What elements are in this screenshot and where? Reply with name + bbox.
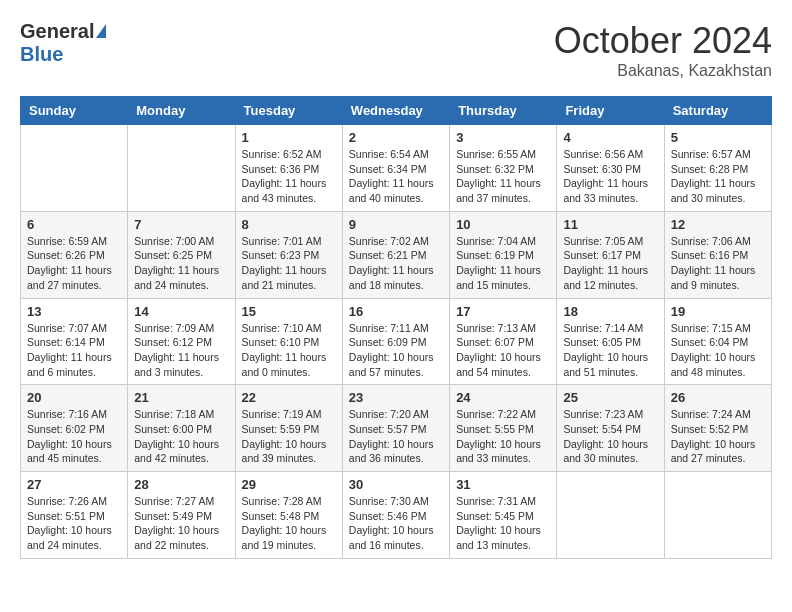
calendar-cell: 10Sunrise: 7:04 AMSunset: 6:19 PMDayligh… [450,211,557,298]
day-info: Sunrise: 7:06 AMSunset: 6:16 PMDaylight:… [671,234,765,293]
logo-line1: General [20,20,94,42]
calendar-cell: 14Sunrise: 7:09 AMSunset: 6:12 PMDayligh… [128,298,235,385]
calendar-cell [21,125,128,212]
daylight: Daylight: 11 hours and 24 minutes. [134,264,219,291]
sunrise: Sunrise: 6:56 AM [563,148,643,160]
daylight: Daylight: 11 hours and 40 minutes. [349,177,434,204]
daylight: Daylight: 10 hours and 39 minutes. [242,438,327,465]
daylight: Daylight: 11 hours and 15 minutes. [456,264,541,291]
calendar-cell: 22Sunrise: 7:19 AMSunset: 5:59 PMDayligh… [235,385,342,472]
day-info: Sunrise: 6:55 AMSunset: 6:32 PMDaylight:… [456,147,550,206]
calendar-week-4: 20Sunrise: 7:16 AMSunset: 6:02 PMDayligh… [21,385,772,472]
day-info: Sunrise: 7:26 AMSunset: 5:51 PMDaylight:… [27,494,121,553]
day-info: Sunrise: 7:05 AMSunset: 6:17 PMDaylight:… [563,234,657,293]
day-info: Sunrise: 7:19 AMSunset: 5:59 PMDaylight:… [242,407,336,466]
daylight: Daylight: 10 hours and 27 minutes. [671,438,756,465]
day-number: 26 [671,390,765,405]
day-number: 8 [242,217,336,232]
day-number: 21 [134,390,228,405]
daylight: Daylight: 10 hours and 13 minutes. [456,524,541,551]
sunrise: Sunrise: 7:06 AM [671,235,751,247]
day-info: Sunrise: 7:24 AMSunset: 5:52 PMDaylight:… [671,407,765,466]
calendar-week-5: 27Sunrise: 7:26 AMSunset: 5:51 PMDayligh… [21,472,772,559]
sunset: Sunset: 6:30 PM [563,163,641,175]
logo: General Blue [20,20,106,66]
sunset: Sunset: 6:21 PM [349,249,427,261]
day-info: Sunrise: 7:16 AMSunset: 6:02 PMDaylight:… [27,407,121,466]
day-number: 17 [456,304,550,319]
sunrise: Sunrise: 7:26 AM [27,495,107,507]
day-info: Sunrise: 7:13 AMSunset: 6:07 PMDaylight:… [456,321,550,380]
daylight: Daylight: 11 hours and 21 minutes. [242,264,327,291]
sunset: Sunset: 5:49 PM [134,510,212,522]
daylight: Daylight: 11 hours and 0 minutes. [242,351,327,378]
day-number: 5 [671,130,765,145]
daylight: Daylight: 10 hours and 45 minutes. [27,438,112,465]
sunrise: Sunrise: 7:30 AM [349,495,429,507]
day-number: 30 [349,477,443,492]
calendar-body: 1Sunrise: 6:52 AMSunset: 6:36 PMDaylight… [21,125,772,559]
sunset: Sunset: 6:32 PM [456,163,534,175]
calendar-cell: 31Sunrise: 7:31 AMSunset: 5:45 PMDayligh… [450,472,557,559]
sunrise: Sunrise: 7:10 AM [242,322,322,334]
calendar-cell: 20Sunrise: 7:16 AMSunset: 6:02 PMDayligh… [21,385,128,472]
day-info: Sunrise: 7:01 AMSunset: 6:23 PMDaylight:… [242,234,336,293]
day-info: Sunrise: 7:07 AMSunset: 6:14 PMDaylight:… [27,321,121,380]
day-info: Sunrise: 6:57 AMSunset: 6:28 PMDaylight:… [671,147,765,206]
day-number: 3 [456,130,550,145]
calendar-cell: 6Sunrise: 6:59 AMSunset: 6:26 PMDaylight… [21,211,128,298]
day-number: 28 [134,477,228,492]
day-number: 20 [27,390,121,405]
calendar-cell: 4Sunrise: 6:56 AMSunset: 6:30 PMDaylight… [557,125,664,212]
sunrise: Sunrise: 7:01 AM [242,235,322,247]
sunrise: Sunrise: 7:04 AM [456,235,536,247]
calendar-cell: 5Sunrise: 6:57 AMSunset: 6:28 PMDaylight… [664,125,771,212]
calendar-cell: 24Sunrise: 7:22 AMSunset: 5:55 PMDayligh… [450,385,557,472]
sunset: Sunset: 6:26 PM [27,249,105,261]
daylight: Daylight: 11 hours and 12 minutes. [563,264,648,291]
sunset: Sunset: 5:55 PM [456,423,534,435]
day-info: Sunrise: 7:14 AMSunset: 6:05 PMDaylight:… [563,321,657,380]
calendar-cell [128,125,235,212]
calendar-cell: 26Sunrise: 7:24 AMSunset: 5:52 PMDayligh… [664,385,771,472]
daylight: Daylight: 10 hours and 30 minutes. [563,438,648,465]
sunrise: Sunrise: 6:52 AM [242,148,322,160]
calendar-cell [557,472,664,559]
daylight: Daylight: 11 hours and 33 minutes. [563,177,648,204]
day-number: 1 [242,130,336,145]
day-number: 23 [349,390,443,405]
title-block: October 2024 Bakanas, Kazakhstan [554,20,772,80]
sunset: Sunset: 5:52 PM [671,423,749,435]
calendar-cell: 11Sunrise: 7:05 AMSunset: 6:17 PMDayligh… [557,211,664,298]
calendar-table: SundayMondayTuesdayWednesdayThursdayFrid… [20,96,772,559]
calendar-cell: 1Sunrise: 6:52 AMSunset: 6:36 PMDaylight… [235,125,342,212]
sunrise: Sunrise: 7:11 AM [349,322,429,334]
day-number: 31 [456,477,550,492]
calendar-cell: 30Sunrise: 7:30 AMSunset: 5:46 PMDayligh… [342,472,449,559]
calendar-cell: 16Sunrise: 7:11 AMSunset: 6:09 PMDayligh… [342,298,449,385]
daylight: Daylight: 10 hours and 42 minutes. [134,438,219,465]
day-info: Sunrise: 7:02 AMSunset: 6:21 PMDaylight:… [349,234,443,293]
daylight: Daylight: 11 hours and 9 minutes. [671,264,756,291]
daylight: Daylight: 11 hours and 43 minutes. [242,177,327,204]
daylight: Daylight: 10 hours and 51 minutes. [563,351,648,378]
daylight: Daylight: 10 hours and 57 minutes. [349,351,434,378]
day-info: Sunrise: 7:27 AMSunset: 5:49 PMDaylight:… [134,494,228,553]
weekday-header-friday: Friday [557,97,664,125]
calendar-cell: 2Sunrise: 6:54 AMSunset: 6:34 PMDaylight… [342,125,449,212]
day-info: Sunrise: 6:59 AMSunset: 6:26 PMDaylight:… [27,234,121,293]
calendar-cell: 21Sunrise: 7:18 AMSunset: 6:00 PMDayligh… [128,385,235,472]
calendar-cell: 27Sunrise: 7:26 AMSunset: 5:51 PMDayligh… [21,472,128,559]
sunset: Sunset: 6:10 PM [242,336,320,348]
day-info: Sunrise: 7:30 AMSunset: 5:46 PMDaylight:… [349,494,443,553]
calendar-week-3: 13Sunrise: 7:07 AMSunset: 6:14 PMDayligh… [21,298,772,385]
sunset: Sunset: 5:51 PM [27,510,105,522]
day-number: 19 [671,304,765,319]
sunset: Sunset: 5:48 PM [242,510,320,522]
daylight: Daylight: 10 hours and 16 minutes. [349,524,434,551]
sunset: Sunset: 5:54 PM [563,423,641,435]
calendar-cell: 23Sunrise: 7:20 AMSunset: 5:57 PMDayligh… [342,385,449,472]
day-info: Sunrise: 7:15 AMSunset: 6:04 PMDaylight:… [671,321,765,380]
daylight: Daylight: 11 hours and 37 minutes. [456,177,541,204]
daylight: Daylight: 11 hours and 27 minutes. [27,264,112,291]
